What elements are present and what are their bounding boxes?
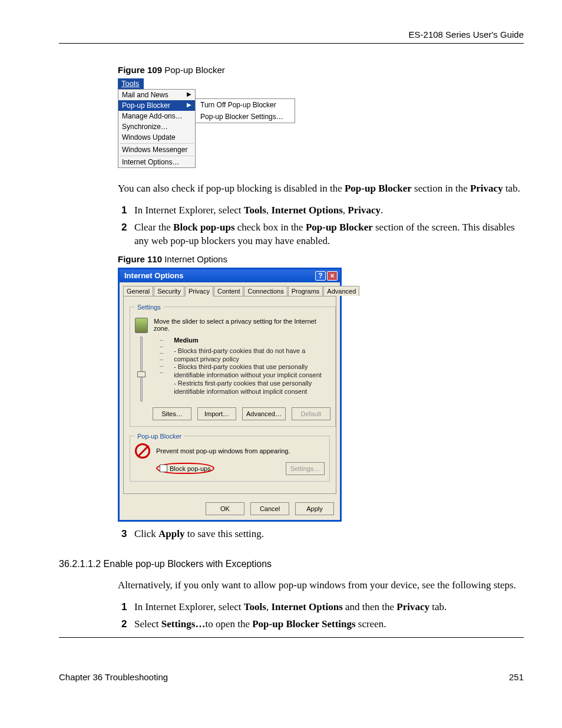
help-button[interactable]: ?	[315, 271, 326, 281]
text: tab.	[429, 601, 447, 612]
text: and then the	[343, 601, 397, 612]
text-bold: Block pop-ups	[173, 222, 234, 233]
dialog-title: Internet Options	[124, 271, 183, 280]
step-number: 1	[121, 601, 127, 614]
menu-item-label: Internet Options…	[122, 158, 179, 166]
list-item: 1 In Internet Explorer, select Tools, In…	[118, 601, 524, 614]
apply-button[interactable]: Apply	[295, 502, 334, 515]
submenu-settings[interactable]: Pop-up Blocker Settings…	[196, 111, 295, 123]
text-bold: Apply	[158, 528, 184, 539]
menu-item-label: Mail and News	[122, 91, 168, 99]
text-bold: Privacy	[470, 183, 503, 194]
tools-menu-button[interactable]: Tools	[118, 78, 144, 89]
tab-general[interactable]: General	[123, 286, 153, 296]
list-item: 2 Clear the Block pop-ups check box in t…	[118, 221, 524, 248]
tab-strip: General Security Privacy Content Connect…	[120, 282, 340, 296]
text-bold: Pop-up Blocker	[306, 222, 373, 233]
figure-110-caption: Figure 110 Internet Options	[118, 254, 524, 264]
text-bold: Tools	[244, 205, 266, 216]
text: In Internet Explorer, select	[134, 601, 244, 612]
block-popups-checkbox[interactable]	[160, 465, 167, 472]
menu-item-label: Windows Update	[122, 133, 176, 141]
close-button[interactable]: ×	[327, 271, 338, 281]
figure-110-num: Figure 110	[118, 254, 162, 264]
step-number: 3	[121, 528, 127, 541]
text: In Internet Explorer, select	[134, 205, 244, 216]
menu-item-mail-news[interactable]: Mail and News▶	[118, 90, 195, 100]
figure-109-caption: Figure 109 Pop-up Blocker	[118, 65, 524, 75]
menu-item-label: Manage Add-ons…	[122, 112, 183, 120]
no-popup-icon	[135, 443, 150, 459]
text-bold: Privacy	[348, 205, 381, 216]
menu-item-windows-messenger[interactable]: Windows Messenger	[118, 144, 195, 155]
footer-chapter: Chapter 36 Troubleshooting	[59, 672, 168, 682]
text-bold: Pop-up Blocker Settings	[252, 618, 355, 630]
paragraph: You can also check if pop-up blocking is…	[118, 182, 524, 196]
tab-privacy[interactable]: Privacy	[185, 286, 213, 297]
tab-programs[interactable]: Programs	[288, 286, 323, 296]
figure-110-title: Internet Options	[162, 254, 227, 264]
text: to open the	[205, 618, 252, 630]
popup-blocker-hint: Prevent most pop-up windows from appeari…	[156, 447, 290, 454]
block-popups-label: Block pop-ups	[170, 465, 211, 472]
list-item: 2 Select Settings…to open the Pop-up Blo…	[118, 618, 524, 631]
figure-109: Tools Mail and News▶ Pop-up Blocker▶ Man…	[118, 78, 295, 168]
text: ,	[343, 205, 348, 216]
menu-item-popup-blocker[interactable]: Pop-up Blocker▶	[118, 100, 195, 111]
text-bold: Settings…	[161, 618, 206, 630]
tab-body: Settings Move the slider to select a pri…	[123, 296, 336, 494]
menu-item-windows-update[interactable]: Windows Update	[118, 132, 195, 143]
slider-thumb[interactable]	[137, 371, 146, 377]
text: Select	[134, 618, 161, 630]
sites-button[interactable]: Sites…	[153, 407, 191, 420]
ordered-list: 1 In Internet Explorer, select Tools, In…	[118, 601, 524, 631]
tab-content[interactable]: Content	[214, 286, 244, 296]
text-bold: Internet Options	[271, 601, 342, 612]
figure-109-title: Pop-up Blocker	[162, 65, 225, 75]
menu-item-manage-addons[interactable]: Manage Add-ons…	[118, 111, 195, 121]
import-button[interactable]: Import…	[197, 407, 236, 420]
menu-item-label: Windows Messenger	[122, 146, 187, 154]
privacy-globe-icon	[135, 318, 148, 333]
text: screen.	[356, 618, 386, 630]
menu-item-label: Pop-up Blocker	[122, 101, 170, 110]
settings-fieldset: Settings Move the slider to select a pri…	[130, 304, 336, 427]
settings-legend: Settings	[135, 304, 163, 311]
submenu-turn-off[interactable]: Turn Off Pop-up Blocker	[196, 99, 295, 111]
tab-connections[interactable]: Connections	[244, 286, 287, 296]
privacy-slider[interactable]	[135, 337, 148, 401]
menu-item-synchronize[interactable]: Synchronize…	[118, 121, 195, 132]
dialog-titlebar: Internet Options ? ×	[120, 269, 340, 282]
popup-blocker-legend: Pop-up Blocker	[135, 433, 184, 440]
ordered-list: 1 In Internet Explorer, select Tools, In…	[118, 204, 524, 248]
text: Click	[134, 528, 158, 539]
footer-page-number: 251	[509, 672, 524, 682]
settings-hint: Move the slider to select a privacy sett…	[154, 318, 330, 332]
default-button[interactable]: Default	[292, 407, 330, 420]
tools-menu: Mail and News▶ Pop-up Blocker▶ Manage Ad…	[118, 89, 196, 168]
menu-separator	[120, 156, 194, 156]
ok-button[interactable]: OK	[206, 502, 244, 515]
list-item: 1 In Internet Explorer, select Tools, In…	[118, 204, 524, 218]
paragraph: Alternatively, if you only want to allow…	[118, 579, 524, 592]
advanced-button[interactable]: Advanced…	[242, 407, 286, 420]
cancel-button[interactable]: Cancel	[250, 502, 289, 515]
text: to save this setting.	[185, 528, 265, 539]
popup-blocker-submenu: Turn Off Pop-up Blocker Pop-up Blocker S…	[195, 98, 295, 123]
text: You can also check if pop-up blocking is…	[118, 183, 345, 194]
menu-item-internet-options[interactable]: Internet Options…	[118, 157, 195, 167]
step-number: 2	[121, 618, 127, 631]
text: Clear the	[134, 222, 173, 233]
privacy-level-name: Medium	[174, 337, 330, 344]
tab-advanced[interactable]: Advanced	[323, 286, 359, 296]
text: section in the	[412, 183, 470, 194]
list-item: 3 Click Apply to save this setting.	[118, 528, 524, 541]
text: .	[381, 205, 383, 216]
popup-settings-button[interactable]: Settings…	[286, 462, 325, 475]
submenu-arrow-icon: ▶	[187, 101, 191, 110]
slider-ticks: ––––––	[158, 337, 163, 375]
text-bold: Pop-up Blocker	[345, 183, 412, 194]
text: check box in the	[235, 222, 306, 233]
step-number: 2	[121, 221, 127, 235]
tab-security[interactable]: Security	[154, 286, 184, 296]
